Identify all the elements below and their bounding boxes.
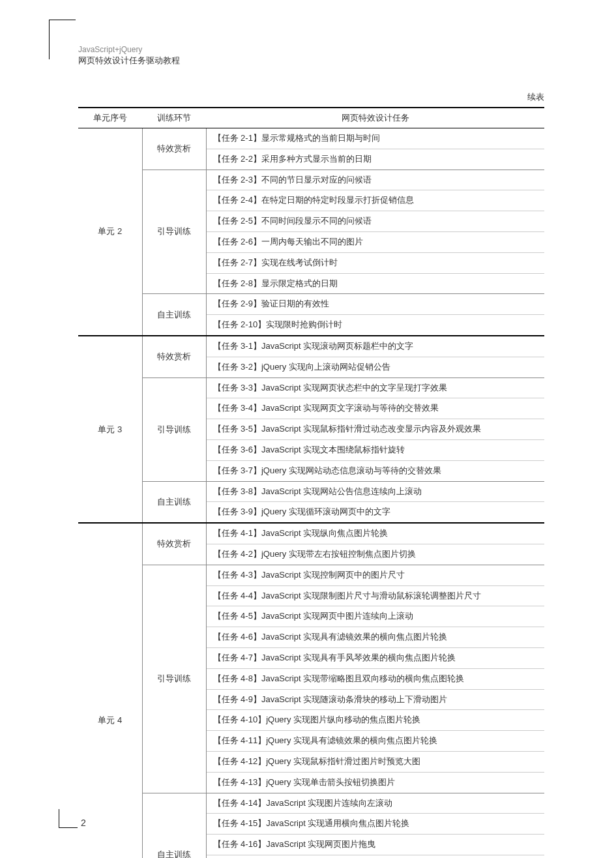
task-line: 【任务 2-5】不同时间段显示不同的问候语 [207, 211, 545, 232]
task-line: 【任务 4-7】JavaScript 实现具有手风琴效果的横向焦点图片轮换 [207, 648, 545, 669]
task-line: 【任务 2-3】不同的节日显示对应的问候语 [207, 170, 545, 191]
phase-cell: 引导训练 [142, 170, 206, 294]
task-line: 【任务 3-1】JavaScript 实现滚动网页标题栏中的文字 [207, 336, 545, 357]
task-line: 【任务 2-9】验证日期的有效性 [207, 294, 545, 315]
task-line: 【任务 3-9】jQuery 实现循环滚动网页中的文字 [207, 502, 545, 522]
tasks-cell: 【任务 2-1】显示常规格式的当前日期与时间【任务 2-2】采用多种方式显示当前… [206, 128, 544, 170]
corner-decoration-top [49, 20, 76, 59]
task-line: 【任务 2-2】采用多种方式显示当前的日期 [207, 149, 545, 170]
phase-cell: 自主训练 [142, 481, 206, 523]
phase-cell: 自主训练 [142, 294, 206, 336]
task-line: 【任务 2-4】在特定日期的特定时段显示打折促销信息 [207, 190, 545, 211]
task-line: 【任务 2-7】实现在线考试倒计时 [207, 253, 545, 274]
task-line: 【任务 4-11】jQuery 实现具有滤镜效果的横向焦点图片轮换 [207, 731, 545, 752]
table-row: 自主训练【任务 3-8】JavaScript 实现网站公告信息连续向上滚动【任务… [78, 481, 544, 523]
task-line: 【任务 2-8】显示限定格式的日期 [207, 274, 545, 294]
task-line: 【任务 2-1】显示常规格式的当前日期与时间 [207, 128, 545, 149]
phase-cell: 特效赏析 [142, 523, 206, 565]
table-header-row: 单元序号 训练环节 网页特效设计任务 [78, 108, 544, 128]
tasks-cell: 【任务 3-3】JavaScript 实现网页状态栏中的文字呈现打字效果【任务 … [206, 377, 544, 481]
tasks-cell: 【任务 2-3】不同的节日显示对应的问候语【任务 2-4】在特定日期的特定时段显… [206, 170, 544, 294]
task-line: 【任务 4-8】JavaScript 实现带缩略图且双向移动的横向焦点图轮换 [207, 669, 545, 690]
task-line: 【任务 3-8】JavaScript 实现网站公告信息连续向上滚动 [207, 482, 545, 503]
table-row: 引导训练【任务 3-3】JavaScript 实现网页状态栏中的文字呈现打字效果… [78, 377, 544, 481]
task-line: 【任务 4-17】jQuery 实现图片纵向切换 [207, 855, 545, 858]
tasks-cell: 【任务 2-9】验证日期的有效性【任务 2-10】实现限时抢购倒计时 [206, 294, 544, 336]
task-line: 【任务 3-2】jQuery 实现向上滚动网站促销公告 [207, 357, 545, 377]
header-line2: 网页特效设计任务驱动教程 [78, 55, 180, 67]
task-line: 【任务 3-4】JavaScript 实现网页文字滚动与等待的交替效果 [207, 398, 545, 419]
table-row: 自主训练【任务 2-9】验证日期的有效性【任务 2-10】实现限时抢购倒计时 [78, 294, 544, 336]
task-table: 单元序号 训练环节 网页特效设计任务 单元 2特效赏析【任务 2-1】显示常规格… [78, 107, 544, 858]
page: JavaScript+jQuery 网页特效设计任务驱动教程 续表 单元序号 训… [0, 0, 616, 858]
task-line: 【任务 2-10】实现限时抢购倒计时 [207, 315, 545, 335]
phase-cell: 特效赏析 [142, 128, 206, 170]
page-number: 2 [81, 818, 86, 828]
task-line: 【任务 4-6】JavaScript 实现具有滤镜效果的横向焦点图片轮换 [207, 627, 545, 648]
unit-cell: 单元 3 [78, 336, 142, 523]
unit-cell: 单元 4 [78, 523, 142, 858]
task-line: 【任务 3-7】jQuery 实现网站动态信息滚动与等待的交替效果 [207, 461, 545, 481]
tasks-cell: 【任务 4-14】JavaScript 实现图片连续向左滚动【任务 4-15】J… [206, 793, 544, 858]
phase-cell: 引导训练 [142, 377, 206, 481]
task-line: 【任务 4-1】JavaScript 实现纵向焦点图片轮换 [207, 524, 545, 544]
table-row: 单元 2特效赏析【任务 2-1】显示常规格式的当前日期与时间【任务 2-2】采用… [78, 128, 544, 170]
task-line: 【任务 4-14】JavaScript 实现图片连续向左滚动 [207, 793, 545, 814]
corner-decoration-bottom [59, 809, 78, 828]
task-line: 【任务 4-5】JavaScript 实现网页中图片连续向上滚动 [207, 606, 545, 627]
task-line: 【任务 4-10】jQuery 实现图片纵向移动的焦点图片轮换 [207, 710, 545, 731]
unit-cell: 单元 2 [78, 128, 142, 336]
col-phase: 训练环节 [142, 108, 206, 128]
task-line: 【任务 4-4】JavaScript 实现限制图片尺寸与滑动鼠标滚轮调整图片尺寸 [207, 586, 545, 607]
continued-label: 续表 [78, 91, 544, 103]
task-line: 【任务 4-15】JavaScript 实现通用横向焦点图片轮换 [207, 814, 545, 835]
task-line: 【任务 3-5】JavaScript 实现鼠标指针滑过动态改变显示内容及外观效果 [207, 419, 545, 440]
table-row: 引导训练【任务 2-3】不同的节日显示对应的问候语【任务 2-4】在特定日期的特… [78, 170, 544, 294]
tasks-cell: 【任务 4-1】JavaScript 实现纵向焦点图片轮换【任务 4-2】jQu… [206, 523, 544, 565]
col-task: 网页特效设计任务 [206, 108, 544, 128]
phase-cell: 特效赏析 [142, 336, 206, 377]
table-body: 单元 2特效赏析【任务 2-1】显示常规格式的当前日期与时间【任务 2-2】采用… [78, 128, 544, 859]
table-row: 自主训练【任务 4-14】JavaScript 实现图片连续向左滚动【任务 4-… [78, 793, 544, 858]
task-line: 【任务 4-13】jQuery 实现单击箭头按钮切换图片 [207, 773, 545, 793]
tasks-cell: 【任务 4-3】JavaScript 实现控制网页中的图片尺寸【任务 4-4】J… [206, 565, 544, 793]
running-header: JavaScript+jQuery 网页特效设计任务驱动教程 [78, 44, 180, 67]
tasks-cell: 【任务 3-8】JavaScript 实现网站公告信息连续向上滚动【任务 3-9… [206, 481, 544, 523]
task-line: 【任务 3-3】JavaScript 实现网页状态栏中的文字呈现打字效果 [207, 378, 545, 399]
task-line: 【任务 4-2】jQuery 实现带左右按钮控制焦点图片切换 [207, 544, 545, 565]
task-line: 【任务 2-6】一周内每天输出不同的图片 [207, 232, 545, 253]
col-unit: 单元序号 [78, 108, 142, 128]
task-line: 【任务 4-9】JavaScript 实现随滚动条滑块的移动上下滑动图片 [207, 690, 545, 711]
phase-cell: 引导训练 [142, 565, 206, 793]
task-line: 【任务 4-3】JavaScript 实现控制网页中的图片尺寸 [207, 565, 545, 586]
tasks-cell: 【任务 3-1】JavaScript 实现滚动网页标题栏中的文字【任务 3-2】… [206, 336, 544, 377]
table-row: 引导训练【任务 4-3】JavaScript 实现控制网页中的图片尺寸【任务 4… [78, 565, 544, 793]
table-row: 单元 3特效赏析【任务 3-1】JavaScript 实现滚动网页标题栏中的文字… [78, 336, 544, 377]
task-line: 【任务 3-6】JavaScript 实现文本围绕鼠标指针旋转 [207, 440, 545, 461]
header-line1: JavaScript+jQuery [78, 44, 180, 55]
table-row: 单元 4特效赏析【任务 4-1】JavaScript 实现纵向焦点图片轮换【任务… [78, 523, 544, 565]
phase-cell: 自主训练 [142, 793, 206, 858]
task-line: 【任务 4-12】jQuery 实现鼠标指针滑过图片时预览大图 [207, 752, 545, 773]
task-line: 【任务 4-16】JavaScript 实现网页图片拖曳 [207, 835, 545, 855]
